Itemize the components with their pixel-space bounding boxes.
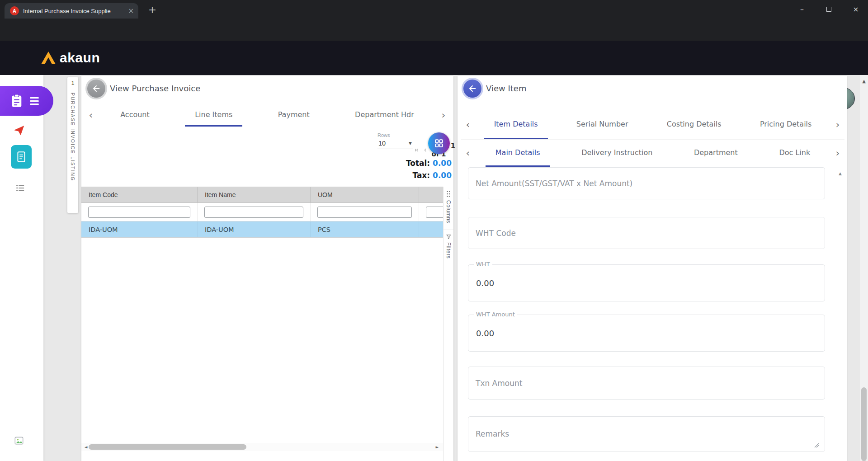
document-icon [15,150,27,164]
tab-pricing-details[interactable]: Pricing Details [750,110,821,139]
window-close-button[interactable]: × [845,0,866,19]
vertical-tab-purchase-invoice-listing[interactable]: 1 PURCHASE INVOICE LISTING [67,77,78,213]
tab-payment[interactable]: Payment [268,104,320,127]
column-header-item-code[interactable]: Item Code [81,187,198,202]
field-wht-code[interactable]: WHT Code [468,217,825,249]
menu-hamburger-icon[interactable] [30,97,39,105]
new-tab-button[interactable]: + [146,3,159,16]
item-page-title: View Item [486,84,526,93]
tabs-scroll-right-icon[interactable]: › [836,120,840,130]
table-side-toolbar: Columns Filters [443,187,453,461]
field-value: 0.00 [476,329,494,338]
total-value: 0.00 [433,159,452,168]
tabs-scroll-left-icon[interactable]: ‹ [466,120,470,130]
cell-item-code: IDA-UOM [81,221,198,237]
resize-handle-icon[interactable] [814,442,819,448]
columns-label: Columns [445,200,452,223]
horizontal-scrollbar: ◄ ► [81,443,443,451]
filter-item-name-input[interactable] [204,207,303,218]
tab-serial-number[interactable]: Serial Number [566,110,638,139]
table-header-row: Item Code Item Name UOM [81,187,443,203]
column-header-uom[interactable]: UOM [311,187,419,202]
logo-text: akaun [60,50,100,66]
field-wht[interactable]: WHT 0.00 [468,264,825,301]
columns-button[interactable]: Columns [445,187,452,223]
filter-item-code-input[interactable] [88,207,190,218]
scrollbar-up-icon[interactable]: ▲ [860,77,868,85]
applet-icon-red[interactable] [12,123,26,137]
column-header-extra [419,187,443,202]
item-back-button[interactable] [462,78,483,99]
tabs-scroll-left-icon[interactable]: ‹ [89,110,93,120]
column-header-item-name[interactable]: Item Name [198,187,311,202]
tab-main-details[interactable]: Main Details [486,140,550,167]
maximize-icon [826,7,831,12]
field-remarks[interactable]: Remarks [468,416,825,452]
tab-costing-details[interactable]: Costing Details [657,110,731,139]
tab-count-badge: 1 [71,80,75,86]
field-net-amount[interactable]: Net Amount(SST/GST/VAT x Net Amount) [468,167,825,199]
window-scrollbar[interactable]: ▲ [860,75,868,461]
vertical-tab-label: PURCHASE INVOICE LISTING [70,93,75,181]
list-icon [15,183,25,193]
rows-label: Rows [377,132,413,138]
field-label: WHT [474,261,492,268]
table-row[interactable]: IDA-UOM IDA-UOM PCS [81,221,443,238]
funnel-icon [446,234,452,240]
tab-favicon-icon: A [10,6,19,15]
tabs-scroll-left-icon[interactable]: ‹ [466,148,470,158]
filter-extra-input[interactable] [426,207,443,218]
prev-page-icon[interactable] [423,146,428,154]
hscroll-thumb[interactable] [89,444,246,450]
active-applet-pill[interactable] [0,86,53,116]
tab-delivery-instruction[interactable]: Delivery Instruction [571,140,662,167]
image-placeholder-icon [14,435,24,446]
tab-close-icon[interactable]: × [128,7,134,15]
invoice-tabs: ‹ Account Line Items Payment Department … [84,104,450,127]
panel-scroll-up-icon[interactable]: ▲ [839,171,842,176]
divider [443,230,453,230]
filters-button[interactable]: Filters [445,233,452,259]
browser-toolbar: ← → akaun.cloud/#/applets/tnt/wavelet/er… [0,19,868,41]
purchase-invoice-panel: View Purchase Invoice ‹ Account Line Ite… [81,76,453,461]
tab-department[interactable]: Department [684,140,748,167]
hscroll-right-icon[interactable]: ► [434,443,441,451]
applet-rail [0,75,43,461]
field-wht-amount[interactable]: WHT Amount 0.00 [468,315,825,352]
field-label: WHT Code [476,229,516,238]
listing-list-icon[interactable] [15,183,26,193]
window-minimize-button[interactable]: – [792,0,812,19]
field-txn-amount[interactable]: Txn Amount [468,367,825,400]
tab-item-details[interactable]: Item Details [484,110,548,139]
rows-per-page-select[interactable]: Rows 10 ▼ [377,132,413,149]
item-tabs-primary: ‹ Item Details Serial Number Costing Det… [461,110,844,140]
line-items-table: Item Code Item Name UOM IDA-UOM IDA-UOM … [81,187,443,238]
clipboard-icon [10,94,24,108]
scrollbar-thumb[interactable] [861,387,867,461]
app-header: akaun [0,41,868,75]
tab-title: Internal Purchase Invoice Supplie [23,8,125,14]
filter-uom-input[interactable] [317,207,412,218]
table-filter-row [81,203,443,221]
tabs-scroll-right-icon[interactable]: › [836,148,840,158]
first-page-icon[interactable] [414,146,420,154]
window-maximize-button[interactable] [818,0,839,19]
item-tabs-secondary: ‹ Main Details Delivery Instruction Depa… [461,140,844,167]
tabs-scroll-right-icon[interactable]: › [442,110,446,120]
tab-doc-link[interactable]: Doc Link [769,140,820,167]
tab-line-items[interactable]: Line Items [185,104,242,127]
total-label: Total: [406,159,430,168]
field-label: Txn Amount [476,379,522,388]
view-item-panel: View Item ‹ Item Details Serial Number C… [458,76,847,461]
tax-value: 0.00 [433,171,452,180]
drag-dots-icon [446,190,451,198]
applet-icon-invoice[interactable] [11,145,32,169]
browser-tab[interactable]: A Internal Purchase Invoice Supplie × [5,3,138,19]
grid-view-button[interactable] [428,132,450,154]
akaun-logo[interactable]: akaun [41,50,100,66]
tab-account[interactable]: Account [110,104,160,127]
cell-item-name: IDA-UOM [198,221,311,237]
tab-department-hdr[interactable]: Department Hdr [345,104,424,127]
page-title: View Purchase Invoice [110,84,200,93]
back-button[interactable] [85,78,107,99]
